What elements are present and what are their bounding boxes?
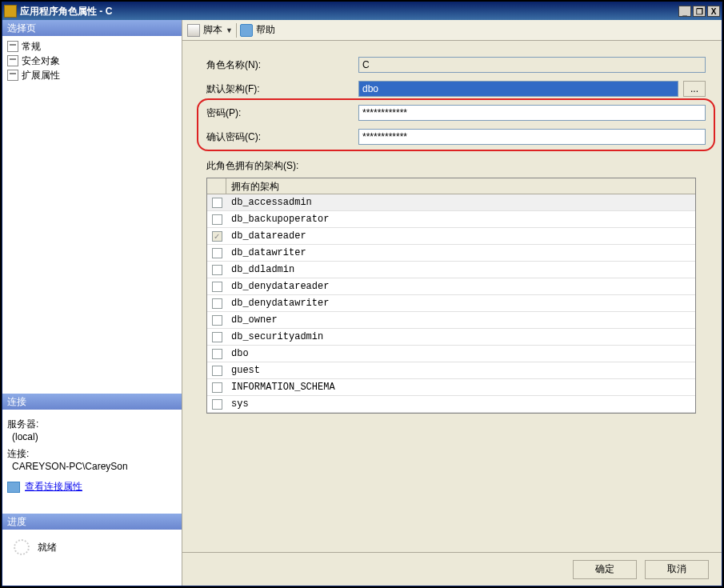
script-button[interactable]: 脚本 — [203, 23, 222, 37]
schema-column-header: 拥有的架构 — [226, 178, 695, 194]
schema-checkbox[interactable] — [212, 298, 222, 309]
table-row[interactable]: db_datawriter — [207, 245, 695, 262]
main-panel: 脚本 ▼ 帮助 角色名称(N): 默认架构(F): ... — [182, 20, 722, 586]
page-icon — [7, 55, 18, 66]
select-page-header: 选择页 — [2, 20, 182, 36]
schema-checkbox[interactable] — [212, 214, 222, 225]
table-row[interactable]: db_ddladmin — [207, 262, 695, 278]
titlebar: 应用程序角色属性 - C _ ❐ X — [2, 2, 722, 20]
sidebar-item-extended[interactable]: 扩展属性 — [7, 68, 177, 82]
schema-name: db_datawriter — [226, 247, 695, 258]
content-area: 角色名称(N): 默认架构(F): ... 密码(P): 确认密码(C): — [182, 41, 722, 552]
schema-checkbox[interactable] — [212, 198, 222, 208]
progress-panel: 就绪 — [2, 530, 182, 586]
schema-name: db_denydatareader — [226, 281, 695, 292]
script-icon — [187, 24, 200, 37]
view-connection-link[interactable]: 查看连接属性 — [25, 480, 82, 494]
schema-name: guest — [226, 365, 695, 376]
schema-name: INFORMATION_SCHEMA — [226, 382, 695, 393]
table-row[interactable]: guest — [207, 362, 695, 379]
schema-checkbox[interactable] — [212, 382, 222, 393]
help-button[interactable]: 帮助 — [256, 23, 275, 37]
table-row[interactable]: db_accessadmin — [207, 194, 695, 211]
table-row[interactable]: INFORMATION_SCHEMA — [207, 379, 695, 396]
table-row[interactable]: sys — [207, 396, 695, 413]
spinner-icon — [14, 539, 30, 555]
conn-label: 连接: — [7, 447, 177, 461]
browse-schema-button[interactable]: ... — [683, 81, 706, 97]
connection-panel: 服务器: (local) 连接: CAREYSON-PC\CareySon 查看… — [2, 410, 182, 514]
schema-checkbox[interactable] — [212, 315, 222, 326]
progress-header: 进度 — [2, 514, 182, 530]
table-row[interactable]: db_denydatareader — [207, 278, 695, 295]
page-icon — [7, 41, 18, 52]
role-name-input[interactable] — [358, 57, 706, 73]
schema-name: db_securityadmin — [226, 331, 695, 342]
table-row[interactable]: db_securityadmin — [207, 329, 695, 346]
password-input[interactable] — [358, 105, 706, 121]
page-icon — [7, 70, 18, 81]
script-dropdown-icon[interactable]: ▼ — [226, 26, 233, 34]
sidebar-item-securables[interactable]: 安全对象 — [7, 54, 177, 68]
schema-name: sys — [226, 398, 695, 410]
server-label: 服务器: — [7, 418, 177, 431]
schema-checkbox[interactable] — [212, 399, 222, 410]
schema-name: db_backupoperator — [226, 214, 695, 225]
ok-button[interactable]: 确定 — [573, 560, 637, 579]
table-row[interactable]: ✓db_datareader — [207, 228, 695, 245]
schema-checkbox[interactable] — [212, 265, 222, 275]
dialog-footer: 确定 取消 — [182, 552, 722, 586]
schema-checkbox[interactable]: ✓ — [212, 231, 222, 242]
schema-name: db_accessadmin — [226, 197, 695, 208]
schema-name: db_ddladmin — [226, 264, 695, 275]
schema-table-header: 拥有的架构 — [207, 178, 695, 194]
window-frame: 应用程序角色属性 - C _ ❐ X 选择页 常规 安全对象 扩展属性 连接 服… — [2, 2, 722, 586]
app-icon — [4, 5, 17, 18]
schema-checkbox[interactable] — [212, 332, 222, 342]
schema-name: db_denydatawriter — [226, 298, 695, 309]
separator — [236, 23, 237, 38]
default-schema-input[interactable] — [358, 81, 678, 97]
server-value: (local) — [12, 431, 177, 442]
confirm-password-input[interactable] — [358, 129, 706, 145]
conn-value: CAREYSON-PC\CareySon — [12, 461, 177, 472]
schema-checkbox[interactable] — [212, 248, 222, 258]
toolbar: 脚本 ▼ 帮助 — [182, 20, 722, 41]
role-name-label: 角色名称(N): — [206, 58, 358, 72]
schema-checkbox[interactable] — [212, 366, 222, 376]
restore-button[interactable]: ❐ — [693, 6, 706, 17]
connection-header: 连接 — [2, 394, 182, 410]
close-button[interactable]: X — [707, 6, 720, 17]
table-row[interactable]: db_denydatawriter — [207, 295, 695, 312]
connection-properties-icon — [7, 482, 20, 493]
minimize-button[interactable]: _ — [678, 6, 691, 17]
schemas-owned-label: 此角色拥有的架构(S): — [206, 159, 706, 173]
password-highlight: 密码(P): 确认密码(C): — [197, 98, 715, 151]
schema-checkbox[interactable] — [212, 282, 222, 292]
sidebar: 选择页 常规 安全对象 扩展属性 连接 服务器: (local) 连接: CAR… — [2, 20, 182, 586]
sidebar-item-general[interactable]: 常规 — [7, 39, 177, 54]
password-label: 密码(P): — [206, 106, 358, 120]
ready-label: 就绪 — [38, 541, 57, 554]
schema-table: 拥有的架构 db_accessadmindb_backupoperator✓db… — [206, 178, 696, 414]
table-row[interactable]: db_owner — [207, 312, 695, 329]
page-list: 常规 安全对象 扩展属性 — [2, 36, 182, 394]
schema-name: db_owner — [226, 314, 695, 326]
cancel-button[interactable]: 取消 — [645, 560, 709, 579]
table-row[interactable]: db_backupoperator — [207, 211, 695, 228]
default-schema-label: 默认架构(F): — [206, 82, 358, 96]
schema-checkbox[interactable] — [212, 349, 222, 359]
confirm-password-label: 确认密码(C): — [206, 130, 358, 144]
schema-name: dbo — [226, 348, 695, 359]
help-icon — [240, 24, 253, 37]
window-title: 应用程序角色属性 - C — [20, 5, 678, 18]
table-row[interactable]: dbo — [207, 346, 695, 362]
schema-name: db_datareader — [226, 230, 695, 242]
